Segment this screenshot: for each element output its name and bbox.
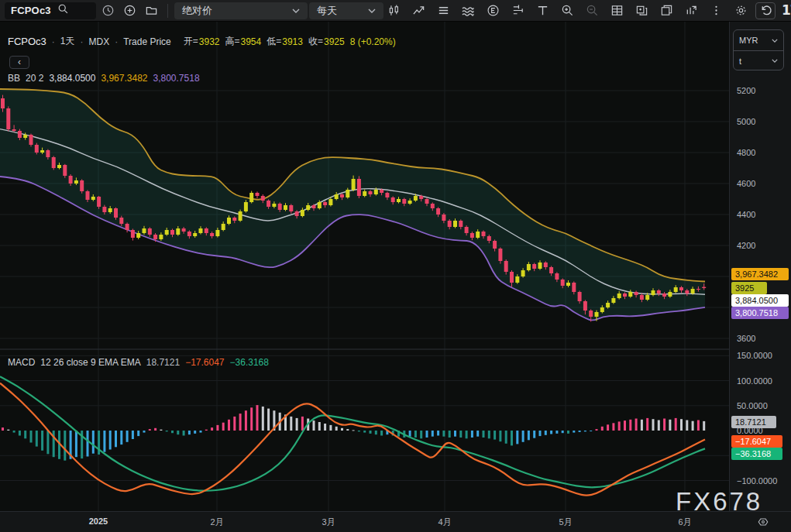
time-axis[interactable]: 20252月3月4月5月6月 [0,511,791,532]
axis-tick: 4400 [737,210,755,219]
tradingview-chart-app: FCPOc3 绝对价 每天 [0,0,791,532]
indicators-icon[interactable] [458,2,478,19]
folder-icon[interactable] [141,2,161,19]
bb-lower-value: 3,800.7518 [153,73,200,84]
axis-tick: 4600 [737,179,755,188]
macd-legend[interactable]: MACD 12 26 close 9 EMA EMA 18.7121 −17.6… [8,357,269,368]
high-value: 3954 [241,36,262,47]
bb-upper-value: 3,967.3482 [101,73,147,84]
events-icon[interactable] [483,2,503,19]
chevron-down-icon [772,39,778,43]
trade-panel-icon[interactable] [681,2,701,19]
chevron-down-icon [292,9,300,13]
top-toolbar: FCPOc3 绝对价 每天 [0,0,791,22]
low-value: 3913 [282,36,303,47]
axis-tick: 4200 [737,241,755,250]
axis-tick: 50.0000 [737,401,768,410]
time-axis-label[interactable]: 4月 [426,517,463,528]
macd-hist-value: 18.7121 [146,357,180,368]
measure-icon[interactable] [507,2,528,19]
price-axis[interactable]: MYR t 5200500048004600440042003600150.00… [729,22,791,511]
search-icon [57,3,69,18]
axis-tick: 5200 [737,86,755,95]
toolbar-separator [167,4,168,18]
candlestick-style-icon[interactable] [383,2,404,19]
close-value: 3925 [324,36,345,47]
symbol-search[interactable]: FCPOc3 [5,2,96,19]
symbol-legend[interactable]: FCPOc3 · 1天 · MDX · Trade Price 开=3932 高… [8,35,396,48]
macd-params: 12 26 close 9 EMA EMA [40,357,140,368]
time-axis-label[interactable]: 6月 [666,517,703,528]
open-value: 3932 [199,36,220,47]
time-axis-label[interactable]: 3月 [310,517,347,528]
time-axis-label[interactable]: 5月 [547,517,584,528]
add-symbol-icon[interactable] [119,2,139,19]
settings-icon[interactable] [731,2,751,19]
templates-icon[interactable] [433,2,453,19]
currency-unit-selector: MYR t [733,29,784,70]
price-label-badge: 18.7121 [731,416,776,428]
bb-basis-value: 3,884.0500 [49,73,95,84]
zoom-in-icon[interactable] [557,2,577,19]
text-tool-icon[interactable] [532,2,552,19]
chevron-down-icon [772,59,778,63]
compare-icon[interactable] [408,2,428,19]
price-label-badge: −36.3168 [731,448,782,460]
axis-tick: 100.0000 [737,376,772,386]
legend-interval: 1天 [60,35,75,48]
tradingview-logo[interactable]: 17 [780,2,791,19]
undo-icon[interactable] [755,2,776,19]
price-display-dropdown[interactable]: 绝对价 [174,2,308,19]
price-label-badge: −17.6047 [731,435,782,448]
toolbar-left-group: FCPOc3 绝对价 每天 [5,0,383,21]
change-value: 8 (+0.20%) [350,36,396,47]
toolbar-right-group: 17 [383,0,791,21]
axis-tick: 150.0000 [737,351,772,360]
price-display-value: 绝对价 [182,4,212,18]
interval-dropdown[interactable]: 每天 [309,2,383,19]
axis-tick: 3600 [737,334,755,343]
legend-series: Trade Price [123,36,171,47]
time-axis-label[interactable]: 2月 [198,517,236,528]
price-label-badge: 3925 [731,282,767,294]
clock-icon[interactable] [98,2,118,19]
axis-tick: −100.0000 [737,476,777,486]
price-label-badge: 3,800.7518 [731,307,789,319]
zoom-out-icon[interactable] [582,2,602,19]
chart-region: FCPOc3 · 1天 · MDX · Trade Price 开=3932 高… [0,22,791,532]
more-options-icon[interactable] [706,2,726,19]
bb-params: 20 2 [26,73,43,84]
time-axis-label[interactable]: 2025 [80,517,117,526]
chart-canvas[interactable] [0,22,729,511]
macd-line-value: −17.6047 [185,357,224,368]
price-label-badge: 3,967.3482 [731,268,789,280]
axis-tick: 5000 [737,117,755,126]
legend-symbol: FCPOc3 [8,36,46,47]
price-label-badge: 3,884.0500 [731,294,789,307]
legend-exchange: MDX [89,36,110,47]
legend-collapse-button[interactable]: ‹ [9,56,29,69]
bb-name: BB [8,73,20,84]
chevron-down-icon [368,9,376,13]
screenshot-icon[interactable] [631,2,652,19]
layout-grid-icon[interactable] [607,2,627,19]
axis-tick: 4800 [737,148,755,157]
macd-signal-value: −36.3168 [230,357,269,368]
timezone-menu-icon[interactable] [757,516,769,531]
interval-value: 每天 [317,4,337,18]
macd-name: MACD [8,357,35,368]
unit-selector[interactable]: t [734,50,783,70]
currency-selector[interactable]: MYR [734,30,783,50]
bb-legend[interactable]: BB 20 2 3,884.0500 3,967.3482 3,800.7518 [8,73,200,84]
window-layout-icon[interactable] [656,2,676,19]
symbol-name: FCPOc3 [11,5,51,16]
